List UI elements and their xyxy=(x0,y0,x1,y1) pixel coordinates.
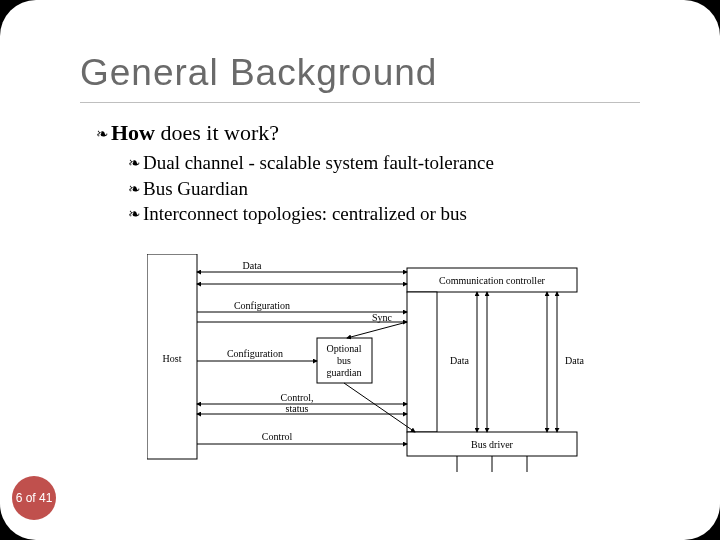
label-sync: Sync xyxy=(372,312,393,323)
bullet-level2-group: ❧Dual channel - scalable system fault-to… xyxy=(128,150,494,227)
svg-line-14 xyxy=(344,383,415,432)
label-optional-2: bus xyxy=(337,355,351,366)
bullet-icon: ❧ xyxy=(128,204,141,224)
bullet-level2: ❧Interconnect topologies: centralized or… xyxy=(128,201,494,227)
slide-title: General Background xyxy=(80,52,437,94)
slide: General Background ❧How does it work? ❧D… xyxy=(0,0,720,540)
label-comm-controller: Communication controller xyxy=(439,275,545,286)
title-underline xyxy=(80,102,640,103)
page-number-badge: 6 of 41 xyxy=(12,476,56,520)
bullet-level2: ❧Bus Guardian xyxy=(128,176,494,202)
bullet-rest: does it work? xyxy=(155,120,279,145)
label-configuration: Configuration xyxy=(234,300,290,311)
svg-rect-2 xyxy=(407,292,437,432)
label-control-status-2: status xyxy=(286,403,309,414)
bullet-level2: ❧Dual channel - scalable system fault-to… xyxy=(128,150,494,176)
label-data-2: Data xyxy=(450,355,469,366)
bullet-icon: ❧ xyxy=(128,153,141,173)
bullet-text: Interconnect topologies: centralized or … xyxy=(143,203,467,224)
bullet-text: Bus Guardian xyxy=(143,178,248,199)
label-bus-driver: Bus driver xyxy=(471,439,514,450)
label-data: Data xyxy=(243,260,262,271)
bullet-bold: How xyxy=(111,120,155,145)
label-data-3: Data xyxy=(565,355,584,366)
bullet-icon: ❧ xyxy=(128,179,141,199)
label-optional-3: guardian xyxy=(327,367,362,378)
label-control: Control xyxy=(262,431,293,442)
label-host: Host xyxy=(163,353,182,364)
bullet-level1: ❧How does it work? xyxy=(96,120,279,146)
label-configuration-2: Configuration xyxy=(227,348,283,359)
label-control-status-1: Control, xyxy=(280,392,313,403)
label-optional-1: Optional xyxy=(327,343,362,354)
svg-line-9 xyxy=(347,322,407,338)
bullet-icon: ❧ xyxy=(96,125,109,143)
architecture-diagram: Host Communication controller Optional b… xyxy=(147,254,587,474)
bullet-text: Dual channel - scalable system fault-tol… xyxy=(143,152,494,173)
page-number: 6 of 41 xyxy=(16,491,53,505)
